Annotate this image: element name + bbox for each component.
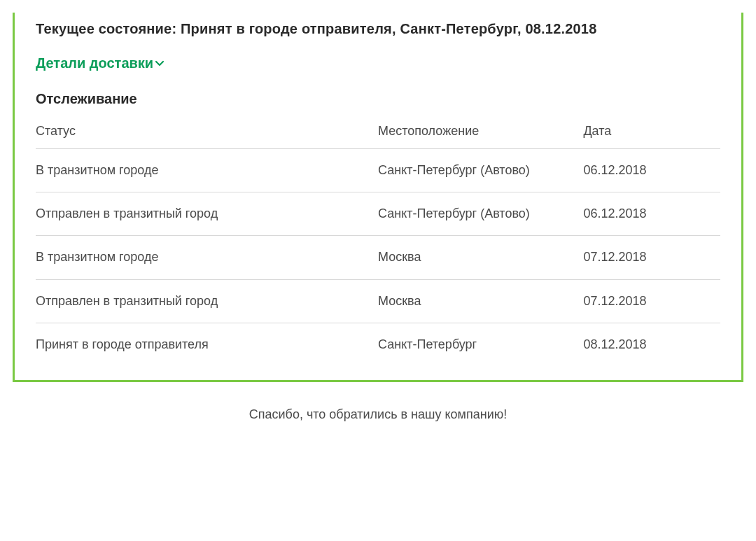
details-toggle[interactable]: Детали доставки	[36, 55, 165, 71]
cell-status: Отправлен в транзитный город	[36, 192, 378, 236]
current-status: Текущее состояние: Принят в городе отпра…	[36, 21, 720, 37]
col-header-location: Местоположение	[378, 118, 583, 149]
cell-location: Санкт-Петербург	[378, 323, 583, 366]
tracking-card: Текущее состояние: Принят в городе отпра…	[13, 13, 743, 382]
cell-location: Санкт-Петербург (Автово)	[378, 192, 583, 236]
cell-status: В транзитном городе	[36, 149, 378, 192]
table-row: В транзитном городе Санкт-Петербург (Авт…	[36, 149, 720, 192]
chevron-down-icon	[153, 55, 165, 71]
tracking-rows: В транзитном городе Санкт-Петербург (Авт…	[36, 149, 720, 366]
tracking-table: Статус Местоположение Дата В транзитном …	[36, 118, 720, 366]
cell-date: 08.12.2018	[583, 323, 720, 366]
col-header-date: Дата	[583, 118, 720, 149]
cell-location: Москва	[378, 279, 583, 323]
table-row: В транзитном городе Москва 07.12.2018	[36, 236, 720, 279]
status-label: Текущее состояние:	[36, 21, 176, 36]
status-value: Принят в городе отправителя, Санкт-Петер…	[181, 21, 596, 36]
tracking-section-title: Отслеживание	[36, 91, 720, 107]
cell-location: Санкт-Петербург (Автово)	[378, 149, 583, 192]
cell-location: Москва	[378, 236, 583, 279]
cell-status: Принят в городе отправителя	[36, 323, 378, 366]
cell-status: Отправлен в транзитный город	[36, 279, 378, 323]
table-row: Отправлен в транзитный город Санкт-Петер…	[36, 192, 720, 236]
cell-date: 07.12.2018	[583, 279, 720, 323]
table-row: Отправлен в транзитный город Москва 07.1…	[36, 279, 720, 323]
cell-date: 06.12.2018	[583, 192, 720, 236]
cell-date: 06.12.2018	[583, 149, 720, 192]
col-header-status: Статус	[36, 118, 378, 149]
cell-date: 07.12.2018	[583, 236, 720, 279]
details-toggle-label: Детали доставки	[36, 55, 153, 71]
cell-status: В транзитном городе	[36, 236, 378, 279]
table-row: Принят в городе отправителя Санкт-Петерб…	[36, 323, 720, 366]
thank-you-message: Спасибо, что обратились в нашу компанию!	[13, 407, 743, 422]
